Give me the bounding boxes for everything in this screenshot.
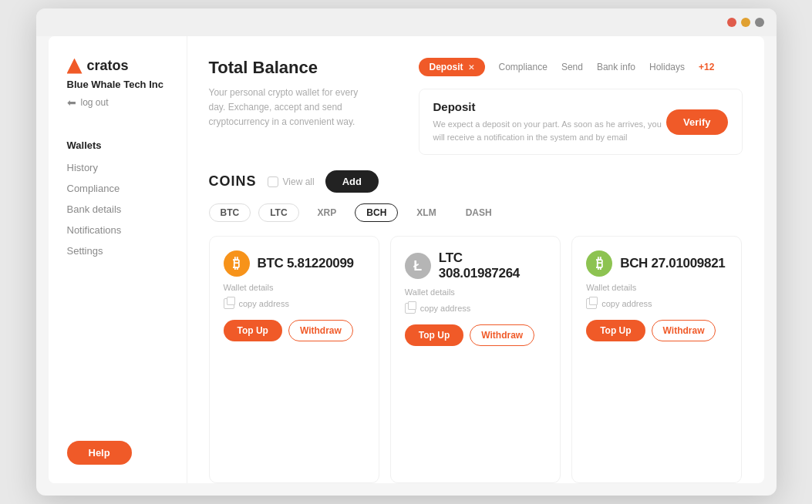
bch-card-actions: Top Up Withdraw	[586, 320, 727, 341]
ltc-copy-label: copy address	[420, 304, 470, 313]
titlebar	[36, 8, 777, 36]
logo-text: cratos	[87, 58, 129, 74]
coin-cards: ₿ BTC 5.81220099 Wallet details copy add…	[209, 236, 743, 483]
ltc-topup-button[interactable]: Top Up	[405, 324, 463, 346]
close-dot[interactable]	[727, 18, 736, 27]
btc-card-header: ₿ BTC 5.81220099	[224, 250, 365, 277]
minimize-dot[interactable]	[741, 18, 750, 27]
bch-withdraw-button[interactable]: Withdraw	[652, 320, 716, 341]
wallets-section: COINS View all Add BTC LTC XRP BCH XLM D…	[187, 155, 764, 483]
ltc-wallet-details: Wallet details	[405, 287, 546, 297]
btc-card-actions: Top Up Withdraw	[224, 320, 365, 341]
view-all-label: View all	[283, 176, 315, 187]
filter-xrp[interactable]: XRP	[307, 204, 348, 221]
logout-button[interactable]: ⬅ log out	[67, 96, 171, 109]
tabs-row: Deposit ✕ Compliance Send Bank info Holi…	[419, 58, 743, 76]
tab-compliance[interactable]: Compliance	[499, 62, 548, 72]
btc-copy-address[interactable]: copy address	[224, 298, 365, 309]
sidebar-item-compliance[interactable]: Compliance	[67, 183, 171, 194]
btc-wallet-details: Wallet details	[224, 283, 365, 292]
tab-bank-info[interactable]: Bank info	[597, 62, 635, 72]
sidebar-item-bank-details[interactable]: Bank details	[67, 203, 171, 215]
btc-copy-icon	[224, 298, 234, 309]
maximize-dot[interactable]	[755, 18, 764, 27]
logo-icon	[67, 59, 83, 74]
total-balance-desc: Your personal crypto wallet for every da…	[209, 86, 371, 130]
bch-copy-address[interactable]: copy address	[586, 298, 727, 309]
ltc-copy-address[interactable]: copy address	[405, 303, 546, 314]
btc-icon: ₿	[224, 250, 250, 277]
bch-topup-button[interactable]: Top Up	[586, 320, 645, 341]
main-layout: cratos Blue Whale Tech Inc ⬅ log out Wal…	[49, 36, 764, 483]
tab-deposit-label: Deposit	[430, 62, 463, 72]
filter-bch[interactable]: BCH	[355, 203, 398, 222]
sidebar-item-history[interactable]: History	[67, 162, 171, 173]
bch-wallet-details: Wallet details	[586, 283, 727, 292]
bch-card-header: ₿ BCH 27.01009821	[586, 250, 727, 277]
coin-card-btc: ₿ BTC 5.81220099 Wallet details copy add…	[209, 236, 379, 483]
verify-button[interactable]: Verify	[666, 109, 727, 135]
coin-card-ltc: Ł LTC 308.01987264 Wallet details copy a…	[390, 236, 561, 483]
bch-copy-icon	[586, 298, 597, 309]
ltc-card-header: Ł LTC 308.01987264	[405, 250, 546, 281]
filter-ltc[interactable]: LTC	[258, 203, 298, 222]
total-balance-section: Total Balance Your personal crypto walle…	[209, 58, 394, 130]
ltc-copy-icon	[405, 303, 416, 314]
ltc-amount: LTC 308.01987264	[439, 250, 546, 281]
logout-icon: ⬅	[67, 96, 76, 109]
ltc-withdraw-button[interactable]: Withdraw	[470, 324, 534, 346]
bch-copy-label: copy address	[601, 299, 652, 308]
btc-copy-label: copy address	[239, 299, 289, 308]
deposit-title: Deposit	[433, 100, 667, 113]
sidebar-item-notifications[interactable]: Notifications	[67, 224, 171, 236]
filter-xlm[interactable]: XLM	[406, 204, 446, 221]
tab-close-icon[interactable]: ✕	[468, 63, 474, 72]
btc-topup-button[interactable]: Top Up	[224, 320, 282, 341]
coins-label: COINS	[209, 173, 257, 190]
coin-filters: BTC LTC XRP BCH XLM DASH	[209, 203, 743, 222]
company-name: Blue Whale Tech Inc	[67, 79, 171, 90]
view-all-row[interactable]: View all	[268, 176, 315, 187]
tab-more[interactable]: +12	[699, 62, 714, 72]
ltc-card-actions: Top Up Withdraw	[405, 324, 546, 346]
filter-dash[interactable]: DASH	[455, 204, 503, 221]
total-balance-title: Total Balance	[209, 58, 394, 78]
coins-header: COINS View all Add	[209, 170, 743, 193]
logo-brand: cratos	[67, 58, 171, 74]
filter-btc[interactable]: BTC	[209, 203, 251, 222]
sidebar-bottom: Help	[67, 441, 171, 465]
nav-wallets-label: Wallets	[67, 139, 171, 151]
sidebar-item-settings[interactable]: Settings	[67, 245, 171, 257]
logout-label: log out	[81, 97, 109, 108]
ltc-icon: Ł	[405, 253, 431, 279]
tab-send[interactable]: Send	[561, 62, 583, 72]
deposit-desc: We expect a deposit on your part. As soo…	[433, 118, 667, 143]
tab-deposit[interactable]: Deposit ✕	[419, 58, 485, 76]
app-window: cratos Blue Whale Tech Inc ⬅ log out Wal…	[36, 8, 777, 496]
coin-card-bch: ₿ BCH 27.01009821 Wallet details copy ad…	[571, 236, 742, 483]
logo-area: cratos Blue Whale Tech Inc ⬅ log out	[67, 58, 171, 133]
btc-withdraw-button[interactable]: Withdraw	[288, 320, 353, 341]
help-button[interactable]: Help	[67, 441, 132, 465]
sidebar: cratos Blue Whale Tech Inc ⬅ log out Wal…	[49, 36, 187, 483]
add-button[interactable]: Add	[325, 170, 379, 193]
tab-holidays[interactable]: Holidays	[649, 62, 685, 72]
deposit-info: Deposit We expect a deposit on your part…	[433, 100, 667, 143]
bch-icon: ₿	[586, 250, 612, 277]
view-all-checkbox[interactable]	[268, 176, 278, 187]
deposit-box: Deposit We expect a deposit on your part…	[419, 89, 743, 155]
bch-amount: BCH 27.01009821	[620, 256, 725, 271]
main-content: Total Balance Your personal crypto walle…	[187, 36, 764, 483]
header-strip: Total Balance Your personal crypto walle…	[187, 36, 764, 155]
btc-amount: BTC 5.81220099	[258, 256, 354, 271]
right-panel: Deposit ✕ Compliance Send Bank info Holi…	[419, 58, 743, 155]
